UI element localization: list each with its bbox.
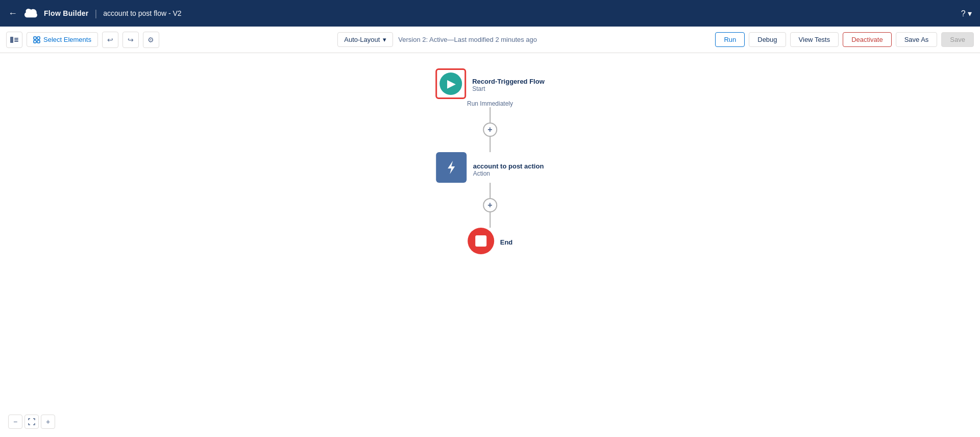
end-node-row: End	[468, 228, 513, 254]
action-node-subtitle: Action	[473, 170, 490, 177]
undo-icon: ↩	[107, 36, 113, 44]
zoom-out-icon: −	[13, 418, 17, 426]
start-node-label-below: Run Immediately	[467, 100, 513, 107]
svg-rect-4	[34, 37, 36, 39]
settings-button[interactable]: ⚙	[143, 32, 159, 48]
svg-rect-2	[14, 39, 18, 40]
stop-icon	[475, 235, 486, 247]
run-button[interactable]: Run	[715, 32, 745, 47]
select-elements-icon	[33, 36, 40, 43]
debug-button[interactable]: Debug	[749, 32, 786, 47]
connector-4	[489, 212, 491, 228]
save-button[interactable]: Save	[941, 32, 974, 47]
auto-layout-label: Auto-Layout	[344, 36, 380, 43]
svg-rect-5	[37, 37, 40, 39]
save-as-button[interactable]: Save As	[896, 32, 938, 47]
settings-icon: ⚙	[148, 36, 154, 44]
start-node-row: ▶ Record-Triggered Flow Start	[435, 68, 545, 99]
auto-layout-button[interactable]: Auto-Layout ▾	[337, 32, 393, 47]
play-icon: ▶	[447, 77, 456, 90]
nav-separator: |	[95, 8, 97, 19]
add-button-1[interactable]: +	[483, 123, 497, 137]
top-nav-bar: ← Flow Builder | account to post flow - …	[0, 0, 980, 27]
view-tests-button[interactable]: View Tests	[790, 32, 839, 47]
help-button[interactable]: ? ▾	[961, 9, 972, 18]
salesforce-logo	[23, 6, 38, 20]
end-node-container: End	[468, 228, 513, 254]
connector-3	[489, 183, 491, 198]
connector-1	[489, 107, 491, 123]
svg-rect-6	[34, 40, 36, 43]
sidebar-toggle-icon	[10, 37, 18, 43]
action-node-container: account to post action Action	[436, 152, 544, 183]
zoom-out-button[interactable]: −	[8, 415, 22, 429]
zoom-fit-button[interactable]	[24, 415, 39, 429]
end-node[interactable]	[468, 228, 494, 254]
end-node-label: End	[500, 238, 513, 246]
svg-rect-0	[10, 37, 13, 43]
svg-marker-8	[448, 161, 455, 174]
action-node-label: account to post action Action	[473, 160, 544, 177]
connector-2	[489, 137, 491, 152]
zoom-in-icon: +	[46, 418, 50, 426]
zoom-fit-icon	[28, 418, 35, 425]
redo-button[interactable]: ↪	[122, 32, 139, 48]
svg-rect-7	[37, 40, 40, 43]
redo-icon: ↪	[128, 36, 134, 44]
action-node[interactable]	[436, 152, 467, 183]
start-node-label: Record-Triggered Flow Start	[472, 76, 545, 92]
app-title: Flow Builder	[44, 9, 89, 17]
start-node-title: Record-Triggered Flow	[472, 78, 545, 85]
svg-rect-3	[14, 41, 18, 42]
select-elements-label: Select Elements	[43, 36, 91, 43]
svg-rect-1	[14, 38, 18, 39]
version-status: Version 2: Active—Last modified 2 minute…	[398, 36, 537, 43]
select-elements-button[interactable]: Select Elements	[27, 32, 98, 47]
start-node-container: ▶ Record-Triggered Flow Start Run Immedi…	[435, 68, 545, 107]
back-button[interactable]: ←	[8, 8, 17, 19]
lightning-icon	[444, 160, 459, 175]
chevron-down-icon: ▾	[383, 36, 386, 43]
start-node[interactable]: ▶	[435, 68, 466, 99]
action-node-title: account to post action	[473, 162, 544, 170]
zoom-in-button[interactable]: +	[41, 415, 55, 429]
add-button-2[interactable]: +	[483, 198, 497, 212]
flow-diagram: ▶ Record-Triggered Flow Start Run Immedi…	[435, 68, 545, 254]
action-node-row: account to post action Action	[436, 152, 544, 183]
sidebar-toggle-button[interactable]	[6, 32, 22, 48]
toolbar: Select Elements ↩ ↪ ⚙ Auto-Layout ▾ Vers…	[0, 27, 980, 53]
flow-name: account to post flow - V2	[103, 9, 181, 17]
start-node-subtitle: Start	[472, 85, 545, 92]
deactivate-button[interactable]: Deactivate	[843, 32, 891, 47]
flow-canvas[interactable]: ▶ Record-Triggered Flow Start Run Immedi…	[0, 53, 980, 437]
zoom-controls: − +	[8, 415, 55, 429]
start-node-circle: ▶	[439, 72, 462, 95]
undo-button[interactable]: ↩	[102, 32, 118, 48]
